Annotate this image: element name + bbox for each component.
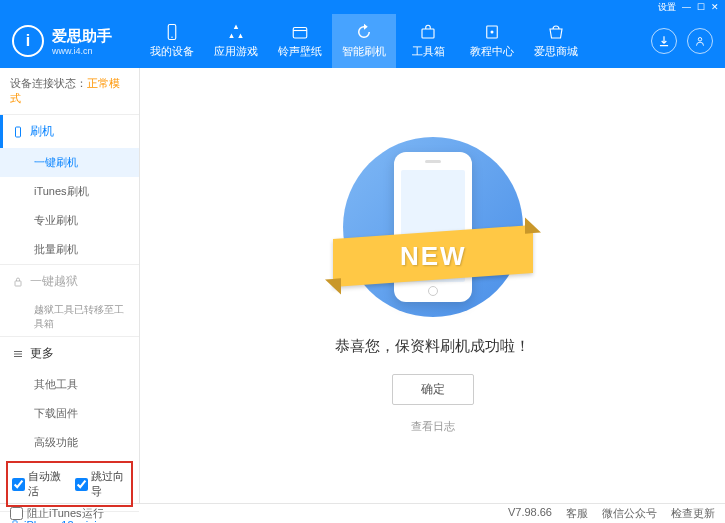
svg-rect-2 [293,28,307,39]
minimize-button[interactable]: — [682,2,691,12]
version-label: V7.98.66 [508,506,552,521]
nav-ringtones[interactable]: 铃声壁纸 [268,14,332,68]
nav-apps[interactable]: 应用游戏 [204,14,268,68]
app-name: 爱思助手 [52,27,112,46]
user-button[interactable] [687,28,713,54]
sidebar-item-oneclick-flash[interactable]: 一键刷机 [0,148,139,177]
check-update-link[interactable]: 检查更新 [671,506,715,521]
toolbox-icon [419,23,437,41]
phone-small-icon [12,126,24,138]
menu-icon [12,348,24,360]
refresh-icon [355,23,373,41]
apps-icon [227,23,245,41]
app-url: www.i4.cn [52,46,112,56]
sidebar-item-other-tools[interactable]: 其他工具 [0,370,139,399]
sidebar-item-pro-flash[interactable]: 专业刷机 [0,206,139,235]
support-link[interactable]: 客服 [566,506,588,521]
device-status: 设备连接状态：正常模式 [0,68,139,114]
svg-rect-7 [16,127,21,137]
wechat-link[interactable]: 微信公众号 [602,506,657,521]
settings-link[interactable]: 设置 [658,1,676,14]
folder-icon [291,23,309,41]
nav-tutorials[interactable]: 教程中心 [460,14,524,68]
store-icon [547,23,565,41]
logo[interactable]: i 爱思助手 www.i4.cn [12,25,140,57]
main-nav: 我的设备 应用游戏 铃声壁纸 智能刷机 工具箱 教程中心 爱思商城 [140,14,651,68]
svg-point-5 [491,31,494,34]
sidebar-section-jailbreak[interactable]: 一键越狱 [0,265,139,298]
svg-point-6 [698,38,702,42]
success-illustration: NEW [343,137,523,317]
sidebar: 设备连接状态：正常模式 刷机 一键刷机 iTunes刷机 专业刷机 批量刷机 一… [0,68,140,503]
sidebar-item-download-firmware[interactable]: 下载固件 [0,399,139,428]
ok-button[interactable]: 确定 [392,374,474,405]
nav-flash[interactable]: 智能刷机 [332,14,396,68]
jailbreak-note: 越狱工具已转移至工具箱 [0,298,139,336]
nav-my-device[interactable]: 我的设备 [140,14,204,68]
auto-activate-checkbox[interactable]: 自动激活 [12,469,65,499]
success-message: 恭喜您，保资料刷机成功啦！ [335,337,530,356]
checkbox-highlight-box: 自动激活 跳过向导 [6,461,133,507]
phone-icon [163,23,181,41]
download-button[interactable] [651,28,677,54]
close-button[interactable]: ✕ [711,2,719,12]
view-log-link[interactable]: 查看日志 [411,419,455,434]
svg-point-1 [171,37,173,39]
nav-store[interactable]: 爱思商城 [524,14,588,68]
lock-icon [12,276,24,288]
sidebar-item-batch-flash[interactable]: 批量刷机 [0,235,139,264]
header: i 爱思助手 www.i4.cn 我的设备 应用游戏 铃声壁纸 智能刷机 工具箱 [0,14,725,68]
svg-rect-8 [15,281,21,286]
skip-guide-checkbox[interactable]: 跳过向导 [75,469,128,499]
maximize-button[interactable]: ☐ [697,2,705,12]
logo-icon: i [12,25,44,57]
sidebar-section-flash[interactable]: 刷机 [0,115,139,148]
book-icon [483,23,501,41]
titlebar: 设置 — ☐ ✕ [0,0,725,14]
svg-rect-3 [422,29,434,38]
main-content: NEW 恭喜您，保资料刷机成功啦！ 确定 查看日志 [140,68,725,503]
nav-toolbox[interactable]: 工具箱 [396,14,460,68]
sidebar-section-more[interactable]: 更多 [0,337,139,370]
sidebar-item-advanced[interactable]: 高级功能 [0,428,139,457]
sidebar-item-itunes-flash[interactable]: iTunes刷机 [0,177,139,206]
header-right [651,28,713,54]
block-itunes-checkbox[interactable]: 阻止iTunes运行 [10,506,104,521]
